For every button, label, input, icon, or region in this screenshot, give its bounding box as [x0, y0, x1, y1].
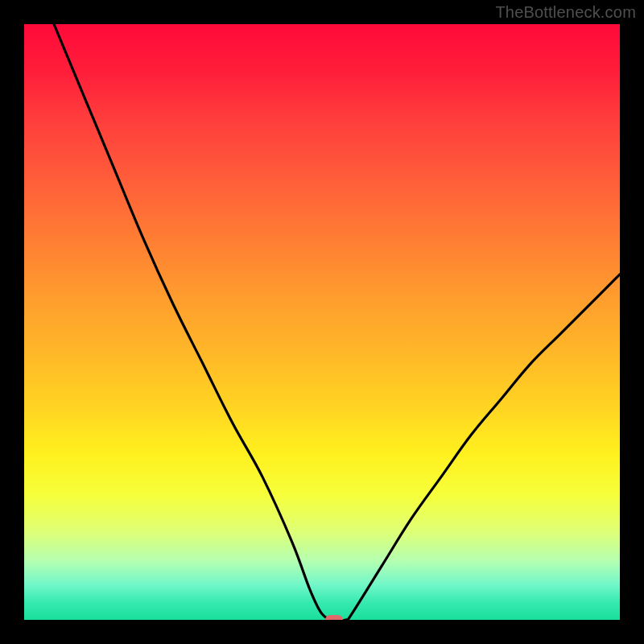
plot-area — [24, 24, 620, 620]
min-marker — [325, 615, 343, 620]
bottleneck-curve — [54, 24, 620, 620]
curve-svg — [24, 24, 620, 620]
chart-frame: TheBottleneck.com — [0, 0, 644, 644]
watermark-text: TheBottleneck.com — [495, 3, 636, 22]
